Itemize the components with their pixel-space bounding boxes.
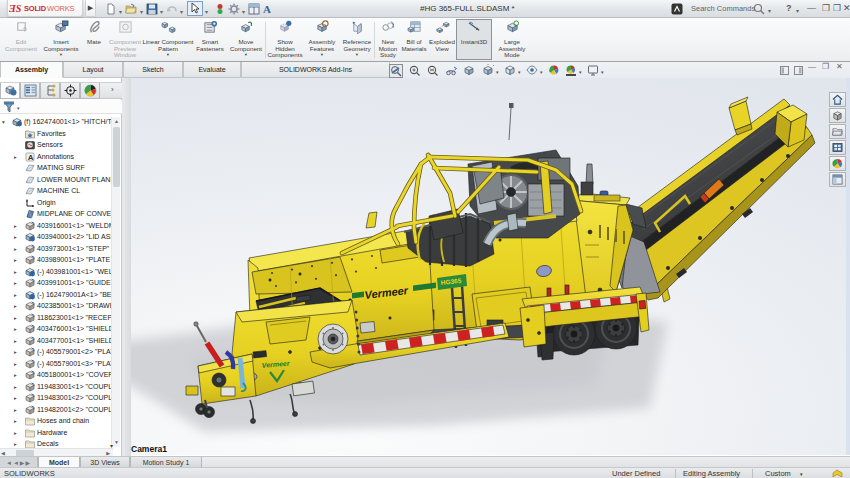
svg-text:WORKS: WORKS <box>47 4 75 13</box>
svg-text:ƎS: ƎS <box>9 3 22 14</box>
svg-text:SOLID: SOLID <box>24 4 47 13</box>
svg-text:A: A <box>28 153 34 162</box>
svg-text:A: A <box>263 3 271 15</box>
